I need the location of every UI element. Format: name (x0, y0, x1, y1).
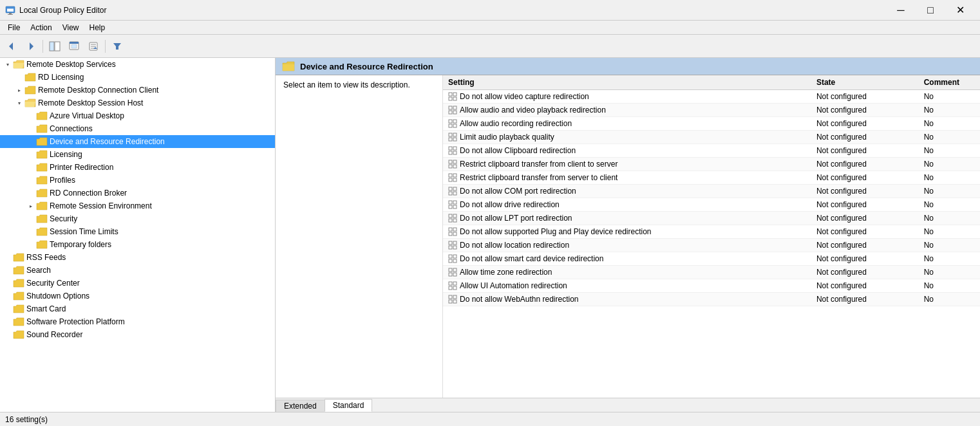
new-window-button[interactable] (65, 38, 83, 55)
table-row[interactable]: Limit audio playback quality Not configu… (443, 131, 980, 144)
filter-button[interactable] (108, 38, 126, 55)
svg-rect-37 (453, 151, 457, 154)
tree-item-remote-desktop-services[interactable]: ▾ Remote Desktop Services (0, 58, 275, 71)
svg-rect-3 (9, 13, 12, 14)
table-row[interactable]: Restrict clipboard transfer from server … (443, 171, 980, 185)
tree-item-software-protection-platform[interactable]: Software Protection Platform (0, 315, 275, 328)
svg-rect-61 (453, 232, 457, 236)
table-row[interactable]: Do not allow Clipboard redirection Not c… (443, 144, 980, 158)
tree-item-label: Software Protection Platform (26, 317, 125, 326)
svg-rect-59 (453, 228, 457, 231)
table-row[interactable]: Allow audio and video playback redirecti… (443, 104, 980, 117)
svg-rect-54 (449, 214, 452, 218)
setting-name-text: Do not allow LPT port redirection (460, 214, 572, 223)
table-row[interactable]: Do not allow COM port redirection Not co… (443, 185, 980, 198)
new-window-icon (69, 41, 79, 51)
maximize-button[interactable]: □ (916, 0, 945, 21)
table-row[interactable]: Allow audio recording redirection Not co… (443, 117, 980, 131)
setting-name-cell: Allow audio and video playback redirecti… (443, 104, 811, 117)
tree-item-azure-virtual-desktop[interactable]: Azure Virtual Desktop (0, 109, 275, 122)
tab-extended[interactable]: Extended (276, 400, 325, 412)
table-row[interactable]: Do not allow smart card device redirecti… (443, 252, 980, 266)
tree-item-smart-card[interactable]: Smart Card (0, 302, 275, 315)
svg-rect-26 (449, 120, 452, 123)
setting-name-text: Do not allow drive redirection (460, 200, 560, 209)
table-row[interactable]: Do not allow location redirection Not co… (443, 239, 980, 252)
setting-icon (448, 119, 457, 128)
svg-rect-70 (449, 268, 452, 272)
tree-item-shutdown-options[interactable]: Shutdown Options (0, 290, 275, 302)
svg-rect-73 (453, 273, 457, 276)
menu-file[interactable]: File (3, 22, 25, 33)
back-button[interactable] (3, 38, 21, 55)
tree-item-rd-licensing[interactable]: RD Licensing (0, 71, 275, 84)
settings-table-container[interactable]: Setting State Comment Do not allow video… (443, 75, 980, 398)
menu-help[interactable]: Help (84, 22, 111, 33)
svg-rect-67 (453, 255, 457, 258)
table-row[interactable]: Allow time zone redirection Not configur… (443, 266, 980, 279)
svg-rect-77 (453, 286, 457, 290)
folder-icon (13, 291, 24, 301)
column-setting[interactable]: Setting (443, 75, 811, 90)
tree-item-label: Smart Card (26, 304, 66, 313)
tree-item-label: RD Connection Broker (50, 189, 127, 198)
menu-view[interactable]: View (57, 22, 84, 33)
tree-item-device-resource-redirection[interactable]: Device and Resource Redirection (0, 135, 275, 148)
table-row[interactable]: Do not allow drive redirection Not confi… (443, 198, 980, 212)
export-button[interactable] (84, 38, 102, 55)
folder-icon (13, 329, 24, 340)
table-row[interactable]: Do not allow supported Plug and Play dev… (443, 225, 980, 239)
setting-state-cell: Not configured (811, 266, 919, 279)
svg-rect-49 (453, 192, 457, 195)
table-row[interactable]: Do not allow video capture redirection N… (443, 90, 980, 104)
svg-rect-27 (453, 120, 457, 123)
window-controls[interactable]: ─ □ ✕ (886, 0, 975, 21)
setting-name-cell: Do not allow LPT port redirection (443, 212, 811, 225)
tree-item-sound-recorder[interactable]: Sound Recorder (0, 328, 275, 341)
svg-rect-33 (453, 138, 457, 141)
column-comment[interactable]: Comment (919, 75, 980, 90)
tree-item-remote-desktop-session-host[interactable]: ▾ Remote Desktop Session Host (0, 97, 275, 109)
tree-item-remote-desktop-connection-client[interactable]: ▸ Remote Desktop Connection Client (0, 84, 275, 97)
forward-button[interactable] (22, 38, 40, 55)
tree-item-temporary-folders[interactable]: Temporary folders (0, 238, 275, 251)
tree-item-connections[interactable]: Connections (0, 122, 275, 135)
tree-item-printer-redirection[interactable]: Printer Redirection (0, 161, 275, 174)
tree-item-session-time-limits[interactable]: Session Time Limits (0, 225, 275, 238)
table-row[interactable]: Do not allow LPT port redirection Not co… (443, 212, 980, 225)
minimize-button[interactable]: ─ (886, 0, 916, 21)
svg-rect-63 (453, 241, 457, 245)
svg-rect-23 (453, 106, 457, 109)
svg-rect-40 (449, 165, 452, 168)
tree-item-rss-feeds[interactable]: RSS Feeds (0, 251, 275, 264)
setting-state-cell: Not configured (811, 212, 919, 225)
tree-item-security-center[interactable]: Security Center (0, 277, 275, 290)
filter-icon (112, 41, 122, 51)
show-hide-button[interactable] (46, 38, 64, 55)
setting-icon (448, 295, 457, 304)
tab-standard[interactable]: Standard (325, 399, 373, 412)
tree-item-licensing[interactable]: Licensing (0, 148, 275, 161)
tree-item-remote-session-environment[interactable]: ▸ Remote Session Environment (0, 199, 275, 212)
title-bar: Local Group Policy Editor ─ □ ✕ (0, 0, 980, 21)
setting-icon (448, 200, 457, 209)
setting-name-cell: Do not allow Clipboard redirection (443, 144, 811, 158)
tree-panel[interactable]: ▾ Remote Desktop Services RD Licensing ▸… (0, 58, 276, 412)
column-state[interactable]: State (811, 75, 919, 90)
table-row[interactable]: Do not allow WebAuthn redirection Not co… (443, 293, 980, 306)
svg-rect-55 (453, 214, 457, 218)
table-row[interactable]: Allow UI Automation redirection Not conf… (443, 279, 980, 293)
tree-item-search[interactable]: Search (0, 264, 275, 277)
description-text: Select an item to view its description. (283, 80, 410, 89)
setting-name-text: Allow audio and video playback redirecti… (460, 106, 606, 115)
tree-item-profiles[interactable]: Profiles (0, 174, 275, 187)
tree-item-rd-connection-broker[interactable]: RD Connection Broker (0, 187, 275, 199)
setting-name-cell: Do not allow video capture redirection (443, 90, 811, 104)
setting-name-text: Do not allow location redirection (460, 241, 569, 250)
tree-item-security[interactable]: Security (0, 212, 275, 225)
content-header: Device and Resource Redirection (276, 58, 980, 75)
setting-name-text: Do not allow COM port redirection (460, 187, 576, 196)
close-button[interactable]: ✕ (945, 0, 975, 21)
menu-action[interactable]: Action (25, 22, 57, 33)
table-row[interactable]: Restrict clipboard transfer from client … (443, 158, 980, 171)
